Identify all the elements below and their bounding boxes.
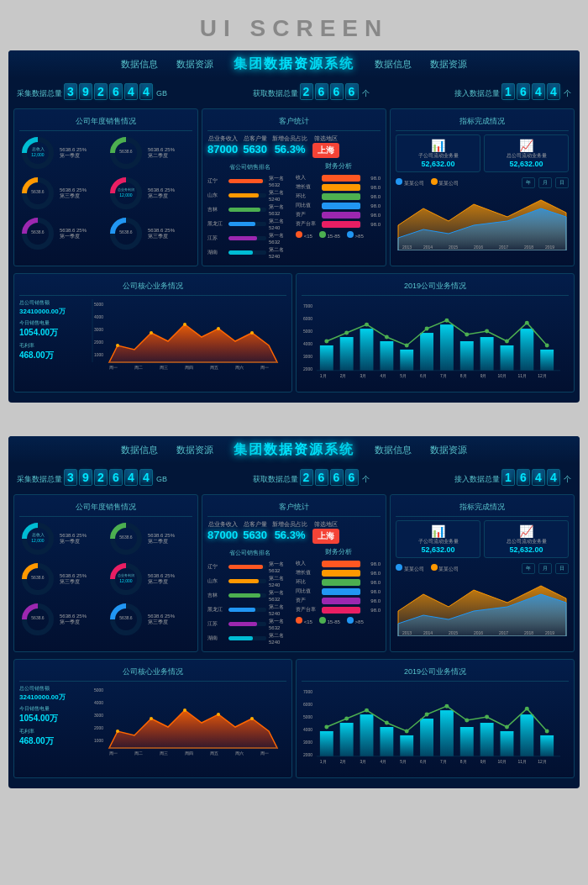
nav-left-2[interactable]: 数据信息 数据资源 xyxy=(118,442,217,458)
svg-text:5638.6: 5638.6 xyxy=(31,229,45,234)
svg-point-72 xyxy=(425,327,429,331)
nav-item-data-source-left[interactable]: 数据资源 xyxy=(173,56,217,72)
svg-text:3月: 3月 xyxy=(360,760,367,764)
bar-container-1 xyxy=(228,179,266,183)
nav-item-data-info-left[interactable]: 数据信息 xyxy=(118,56,161,72)
f-label-1: 收入 xyxy=(296,174,319,182)
svg-rect-147 xyxy=(340,723,354,756)
core-business-title-2: 公司核心业务情况 xyxy=(19,665,286,682)
digit-6e: 6 xyxy=(517,83,530,100)
digit-2b: 2 xyxy=(300,83,313,100)
svg-rect-61 xyxy=(440,324,454,371)
finance-legend: <15 15-85 >85 xyxy=(296,231,381,239)
svg-text:5月: 5月 xyxy=(400,760,407,764)
rank-text-3: 第一名 5632 xyxy=(269,203,292,216)
connect-unit: 个 xyxy=(564,88,571,99)
svg-text:5638.6: 5638.6 xyxy=(119,149,133,154)
f-val-5: 98.0 xyxy=(364,213,381,218)
svg-rect-155 xyxy=(501,731,514,756)
svg-point-67 xyxy=(324,340,328,344)
svg-text:5638.6: 5638.6 xyxy=(31,615,45,620)
core-business-content: 总公司销售额 32410000.00万 今日销售电量 1054.00万 毛利率 … xyxy=(19,299,286,378)
bar-2 xyxy=(228,193,259,198)
svg-text:周五: 周五 xyxy=(210,365,218,370)
province-1: 辽宁 xyxy=(207,177,226,185)
svg-point-160 xyxy=(365,709,369,713)
time-tabs[interactable]: 年 月 日 xyxy=(522,177,569,188)
svg-text:5638.6: 5638.6 xyxy=(119,229,133,234)
f-label-2: 增长值 xyxy=(296,183,319,191)
digit-6a: 6 xyxy=(109,83,123,100)
svg-rect-55 xyxy=(320,345,333,371)
svg-text:总收入: 总收入 xyxy=(31,146,45,151)
digit-6c: 6 xyxy=(330,83,344,100)
svg-text:8月: 8月 xyxy=(460,760,467,764)
acquire-digits-2: 2 6 6 6 xyxy=(300,469,359,486)
digit-3: 3 xyxy=(64,83,77,100)
index-card-2-label: 总公司流动业务量 xyxy=(488,152,564,160)
collect-stat-2: 采集数据总量 3 9 2 6 4 4 GB xyxy=(17,469,167,486)
rank-text-2: 第二名 5240 xyxy=(269,189,292,202)
connect-label-2: 接入数据总量 xyxy=(454,474,500,485)
index-panel: 指标完成情况 📊 子公司流动业务量 52,632.00 📈 总公司流动业务量 5… xyxy=(390,108,575,266)
finance-row-4: 同比值 98.0 xyxy=(296,202,381,209)
main-grid-2: 公司年度销售情况 总收入 12,000 5638.6 25%第一季度 xyxy=(8,491,580,656)
nav-item-data-source-right[interactable]: 数据资源 xyxy=(427,56,470,72)
customer-title: 客户统计 xyxy=(207,114,381,131)
f-bar-3 xyxy=(322,193,360,200)
svg-point-130 xyxy=(217,713,220,716)
svg-text:4月: 4月 xyxy=(380,374,386,378)
svg-text:2000: 2000 xyxy=(94,340,103,345)
customer-top-stats-2: 总业务收入 87000 总客户量 5630 新增会员占比 56.3% 筛选地区 … xyxy=(207,520,381,544)
ranking-header: 省公司销售排名 xyxy=(207,161,292,173)
svg-point-128 xyxy=(150,717,153,720)
new-members-stat: 新增会员占比 56.3% xyxy=(272,134,307,158)
svg-text:4000: 4000 xyxy=(94,314,103,319)
f-bar-4 xyxy=(322,203,360,209)
digit-6d: 6 xyxy=(345,83,359,100)
finance-row-1: 收入 98.0 xyxy=(296,174,381,182)
nav-item-data-info-right-2[interactable]: 数据信息 xyxy=(371,442,415,458)
acquire-stat: 获取数据总量 2 6 6 6 个 xyxy=(253,83,370,100)
donut-svg-2: 5638.6 xyxy=(108,134,144,171)
svg-text:5638.6: 5638.6 xyxy=(31,575,45,580)
svg-text:3月: 3月 xyxy=(360,374,367,378)
nav-left[interactable]: 数据信息 数据资源 xyxy=(118,56,217,72)
total-sales-label: 总公司销售额 xyxy=(19,299,78,307)
nav-item-data-info-left-2[interactable]: 数据信息 xyxy=(118,442,161,458)
donuts-grid: 总收入 12,000 5638.6 25% 第一季度 5638.6 xyxy=(19,134,192,252)
svg-text:1000: 1000 xyxy=(94,352,103,357)
nav-right-2[interactable]: 数据信息 数据资源 xyxy=(371,442,470,458)
spacer xyxy=(0,419,588,436)
svg-text:总收入: 总收入 xyxy=(31,532,45,537)
nav-item-data-info-right[interactable]: 数据信息 xyxy=(371,56,415,72)
svg-text:5638.6: 5638.6 xyxy=(119,535,133,540)
svg-text:周三: 周三 xyxy=(160,365,168,370)
new-members-label: 新增会员占比 xyxy=(272,134,307,143)
dashboard-2: 数据信息 数据资源 集团数据资源系统 数据信息 数据资源 采集数据总量 3 9 … xyxy=(8,436,580,788)
finance-row-6: 资产台率 98.0 xyxy=(296,220,381,228)
svg-text:3000: 3000 xyxy=(303,355,312,359)
svg-rect-151 xyxy=(420,719,433,756)
sales-panel: 公司年度销售情况 总收入 12,000 5638.6 25% 第一季度 xyxy=(13,108,198,266)
svg-text:周一: 周一 xyxy=(260,751,269,756)
bar-5 xyxy=(228,236,257,240)
ranking-table: 辽宁 第一名 5632 山东 第二名 5240 吉林 第一名 56 xyxy=(207,175,292,259)
core-stats-left: 总公司销售额 32410000.00万 今日销售电量 1054.00万 毛利率 … xyxy=(19,299,78,378)
svg-text:1月: 1月 xyxy=(320,760,327,764)
svg-point-168 xyxy=(525,707,529,711)
digit-4c: 4 xyxy=(532,83,545,100)
tab-year[interactable]: 年 xyxy=(522,177,535,188)
svg-text:6月: 6月 xyxy=(420,374,427,378)
svg-text:2月: 2月 xyxy=(340,374,347,378)
svg-text:1月: 1月 xyxy=(320,374,327,378)
core-business-title: 公司核心业务情况 xyxy=(19,279,286,296)
nav-item-data-source-right-2[interactable]: 数据资源 xyxy=(427,442,470,458)
profit-value: 468.00万 xyxy=(19,350,78,361)
nav-right[interactable]: 数据信息 数据资源 xyxy=(371,56,470,72)
svg-rect-65 xyxy=(520,329,533,371)
nav-item-data-source-left-2[interactable]: 数据资源 xyxy=(173,442,217,458)
tab-month[interactable]: 月 xyxy=(538,177,552,188)
tab-day[interactable]: 日 xyxy=(555,177,569,188)
f-bar-2 xyxy=(322,184,360,191)
